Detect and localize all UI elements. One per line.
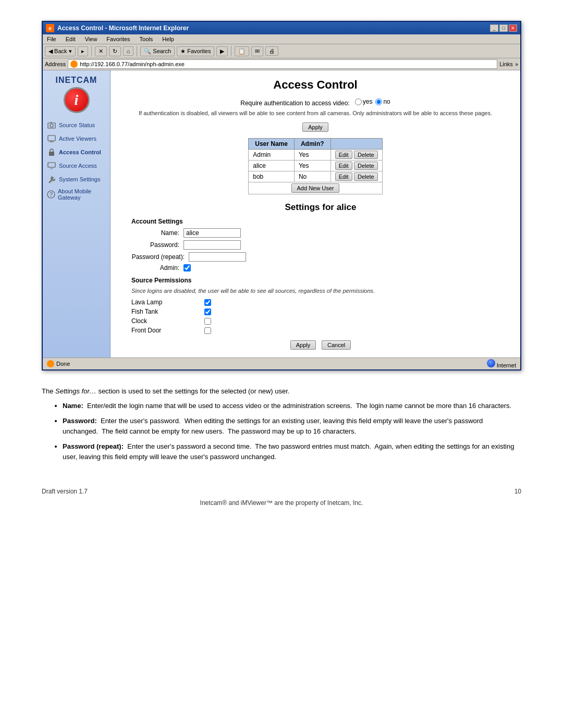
- forward-button[interactable]: ▸: [78, 46, 88, 56]
- password-repeat-row: Password (repeat):: [131, 252, 510, 262]
- auth-no-radio[interactable]: [375, 98, 382, 105]
- menu-view[interactable]: View: [83, 35, 100, 43]
- status-left: Done: [47, 360, 70, 367]
- auth-label: Require authentication to access video:: [240, 100, 349, 107]
- sidebar-item-active-viewers[interactable]: Active Viewers: [45, 132, 107, 145]
- media-button[interactable]: ▶: [216, 46, 228, 56]
- admin-checkbox[interactable]: [183, 264, 191, 272]
- minimize-button[interactable]: _: [490, 24, 498, 32]
- sidebar-item-system-settings[interactable]: System Settings: [45, 172, 107, 186]
- name-label: Name:: [131, 229, 183, 237]
- col-actions: [331, 138, 382, 149]
- restore-button[interactable]: □: [499, 24, 508, 32]
- sidebar-item-source-status[interactable]: Source Status: [45, 118, 107, 132]
- globe-icon: [487, 359, 495, 367]
- links-arrow[interactable]: »: [515, 61, 518, 67]
- menu-tools[interactable]: Tools: [138, 35, 155, 43]
- mail-button[interactable]: ✉: [251, 46, 263, 56]
- source-clock-name: Clock: [131, 317, 173, 325]
- auth-note: If authentication is disabled, all viewe…: [121, 109, 510, 117]
- browser-title-text: Access Control - Microsoft Internet Expl…: [57, 24, 189, 32]
- history-button[interactable]: 📋: [235, 46, 249, 56]
- edit-bob-button[interactable]: Edit: [335, 172, 352, 181]
- user-name-alice: alice: [249, 160, 295, 171]
- back-button[interactable]: ◀ Back ▾: [45, 46, 76, 56]
- delete-alice-button[interactable]: Delete: [354, 162, 378, 170]
- help-icon: ?: [47, 190, 55, 199]
- source-lava-lamp-checkbox[interactable]: [204, 299, 211, 306]
- col-username: User Name: [249, 138, 295, 149]
- status-zone: Internet: [497, 362, 516, 368]
- auth-yes-radio[interactable]: [355, 98, 362, 105]
- password-repeat-input[interactable]: [189, 252, 246, 262]
- menu-bar: File Edit View Favorites Tools Help: [43, 34, 520, 44]
- toolbar: ◀ Back ▾ ▸ ✕ ↻ ⌂ 🔍 Search ★ Favorites ▶ …: [43, 44, 520, 58]
- col-admin: Admin?: [294, 138, 331, 149]
- browser-window: e Access Control - Microsoft Internet Ex…: [42, 21, 521, 371]
- menu-file[interactable]: File: [45, 35, 58, 43]
- user-admin-alice: Yes: [294, 160, 331, 171]
- logo-text: INETCAM: [45, 76, 107, 85]
- auth-no-label: no: [383, 98, 390, 105]
- add-new-user-button[interactable]: Add New User: [291, 183, 340, 193]
- password-input[interactable]: [183, 240, 241, 250]
- menu-favorites[interactable]: Favorites: [104, 35, 132, 43]
- delete-bob-button[interactable]: Delete: [354, 172, 378, 181]
- users-table: User Name Admin? Admin Yes Edit Delete: [248, 138, 382, 194]
- top-apply-button[interactable]: Apply: [302, 122, 328, 132]
- auth-section: Require authentication to access video: …: [121, 98, 510, 117]
- name-input[interactable]: [183, 228, 241, 238]
- active-viewers-label: Active Viewers: [59, 135, 96, 142]
- print-button[interactable]: 🖨: [265, 46, 278, 56]
- close-button[interactable]: ✕: [509, 24, 517, 32]
- browser-title: e Access Control - Microsoft Internet Ex…: [46, 24, 189, 32]
- settings-cancel-button[interactable]: Cancel: [322, 340, 351, 350]
- edit-alice-button[interactable]: Edit: [335, 162, 352, 170]
- links-label[interactable]: Links: [499, 61, 513, 67]
- table-row: bob No Edit Delete: [249, 171, 382, 182]
- favorites-button[interactable]: ★ Favorites: [177, 46, 214, 56]
- source-front-door-checkbox[interactable]: [204, 327, 211, 334]
- address-url[interactable]: http://192.168.0.77/admin/nph-admin.exe: [80, 61, 185, 67]
- auth-no-option[interactable]: no: [375, 98, 390, 105]
- form-actions: Apply Cancel: [131, 340, 510, 350]
- settings-apply-button[interactable]: Apply: [290, 340, 316, 350]
- sidebar-item-access-control[interactable]: Access Control: [45, 145, 107, 159]
- wrench-icon: [47, 175, 56, 184]
- status-page-icon: [47, 360, 54, 367]
- user-actions-alice: Edit Delete: [331, 160, 382, 171]
- status-bar: Done Internet: [43, 357, 520, 369]
- svg-text:?: ?: [50, 191, 53, 198]
- window-controls[interactable]: _ □ ✕: [490, 24, 517, 32]
- home-button[interactable]: ⌂: [123, 46, 134, 56]
- source-lava-lamp-row: Lava Lamp: [131, 299, 510, 306]
- admin-label: Admin:: [131, 264, 183, 272]
- system-settings-label: System Settings: [59, 176, 100, 182]
- search-button[interactable]: 🔍 Search: [140, 46, 175, 56]
- stop-button[interactable]: ✕: [95, 46, 107, 56]
- sidebar: INETCAM i Source Status Active Viewers: [43, 70, 111, 357]
- source-clock-checkbox[interactable]: [204, 318, 211, 325]
- menu-edit[interactable]: Edit: [64, 35, 78, 43]
- delete-admin-button[interactable]: Delete: [354, 151, 378, 159]
- table-row: Admin Yes Edit Delete: [249, 149, 382, 160]
- source-front-door-row: Front Door: [131, 327, 510, 334]
- footer-center: Inetcam® and iMViewer™ are the property …: [42, 499, 521, 507]
- table-row: alice Yes Edit Delete: [249, 160, 382, 171]
- sidebar-logo: INETCAM i: [45, 76, 107, 113]
- edit-admin-button[interactable]: Edit: [335, 151, 352, 159]
- bullet-list: Name: Enter/edit the login name that wil…: [42, 401, 521, 462]
- browser-titlebar: e Access Control - Microsoft Internet Ex…: [43, 22, 520, 34]
- source-fish-tank-row: Fish Tank: [131, 308, 510, 315]
- sidebar-item-about-mobile-gateway[interactable]: ? About Mobile Gateway: [45, 186, 107, 203]
- menu-help[interactable]: Help: [160, 35, 176, 43]
- user-admin-admin: Yes: [294, 149, 331, 160]
- source-lava-lamp-name: Lava Lamp: [131, 299, 173, 306]
- sidebar-item-source-access[interactable]: Source Access: [45, 159, 107, 172]
- footer-top: Draft version 1.7 10: [42, 488, 521, 495]
- refresh-button[interactable]: ↻: [109, 46, 121, 56]
- admin-row: Admin:: [131, 264, 510, 272]
- auth-yes-option[interactable]: yes: [355, 98, 373, 105]
- source-fish-tank-checkbox[interactable]: [204, 309, 211, 315]
- camera-icon: [47, 120, 56, 130]
